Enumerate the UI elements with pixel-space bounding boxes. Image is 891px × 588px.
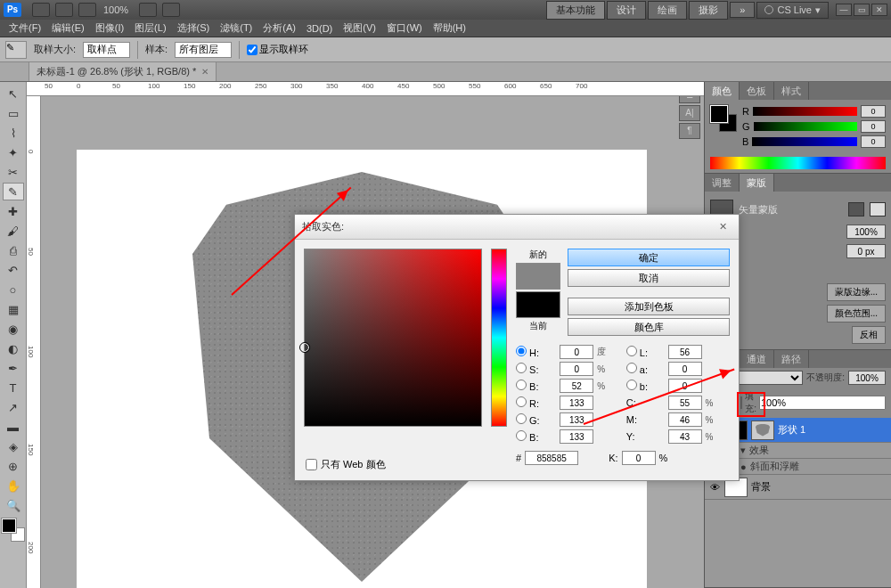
g-slider[interactable] <box>754 122 857 131</box>
crop-tool-icon[interactable]: ✂ <box>3 163 24 181</box>
fill-input[interactable] <box>759 396 886 410</box>
workspace-design[interactable]: 设计 <box>607 1 646 20</box>
document-tab[interactable]: 未标题-1 @ 26.8% (形状 1, RGB/8) *✕ <box>29 61 217 81</box>
color-swatches[interactable] <box>2 519 25 542</box>
workspace-essentials[interactable]: 基本功能 <box>546 1 605 20</box>
viewmode-icon[interactable] <box>78 3 96 17</box>
bridge-icon[interactable] <box>32 3 50 17</box>
tab-close-icon[interactable]: ✕ <box>201 67 208 77</box>
tab-masks[interactable]: 蒙版 <box>740 174 774 192</box>
k-input[interactable] <box>622 451 656 465</box>
eyedropper-tool-icon[interactable]: ✎ <box>3 183 24 200</box>
menu-analysis[interactable]: 分析(A) <box>257 20 301 37</box>
marquee-tool-icon[interactable]: ▭ <box>3 104 24 122</box>
tab-styles[interactable]: 样式 <box>774 82 809 100</box>
3d-tool-icon[interactable]: ◈ <box>3 437 24 455</box>
arrange-icon[interactable] <box>139 3 157 17</box>
g-input[interactable] <box>861 120 886 133</box>
invert-button[interactable]: 反相 <box>852 326 886 344</box>
tab-color[interactable]: 颜色 <box>705 82 740 100</box>
a-input[interactable] <box>668 362 702 376</box>
spectrum-bar[interactable] <box>710 157 886 169</box>
gradient-tool-icon[interactable]: ▦ <box>3 300 24 318</box>
tab-adjustments[interactable]: 调整 <box>705 174 740 192</box>
cancel-button[interactable]: 取消 <box>568 269 730 287</box>
color-libs-button[interactable]: 颜色库 <box>568 318 730 336</box>
density-input[interactable] <box>846 225 886 239</box>
menu-layer[interactable]: 图层(L) <box>129 20 171 37</box>
color-cursor[interactable] <box>300 343 309 352</box>
paragraph-panel-icon[interactable]: ¶ <box>679 123 700 139</box>
workspace-painting[interactable]: 绘画 <box>648 1 687 20</box>
hex-input[interactable] <box>525 451 578 465</box>
s-input[interactable] <box>560 362 593 376</box>
cslive-button[interactable]: CS Live▾ <box>756 2 829 19</box>
g-input[interactable] <box>560 412 593 427</box>
path-tool-icon[interactable]: ↗ <box>3 398 24 416</box>
menu-file[interactable]: 文件(F) <box>4 20 46 37</box>
dodge-tool-icon[interactable]: ◐ <box>3 339 24 357</box>
b-radio[interactable] <box>516 430 527 441</box>
3dcam-tool-icon[interactable]: ⊕ <box>3 457 24 475</box>
tab-swatches[interactable]: 色板 <box>740 82 774 100</box>
hue-slider[interactable] <box>491 249 507 427</box>
c-input[interactable] <box>668 396 702 410</box>
showring-checkbox[interactable]: 显示取样环 <box>247 43 308 56</box>
character-panel-icon[interactable]: A| <box>679 105 700 121</box>
lasso-tool-icon[interactable]: ⌇ <box>3 124 24 142</box>
vectormask-icon[interactable] <box>870 202 886 216</box>
tab-channels[interactable]: 通道 <box>740 350 774 368</box>
webonly-checkbox[interactable]: 只有 Web 颜色 <box>306 458 386 471</box>
r-input[interactable] <box>560 396 593 410</box>
menu-filter[interactable]: 滤镜(T) <box>215 20 257 37</box>
restore-icon[interactable]: ▭ <box>854 4 870 16</box>
hand-tool-icon[interactable]: ✋ <box>3 477 24 494</box>
move-tool-icon[interactable]: ↖ <box>3 85 24 102</box>
zoom-tool-icon[interactable]: 🔍 <box>3 496 24 514</box>
menu-3d[interactable]: 3D(D) <box>301 21 338 36</box>
mask-edge-button[interactable]: 蒙版边缘... <box>827 283 886 301</box>
lab-b-radio[interactable] <box>626 380 637 390</box>
b-slider[interactable] <box>752 137 857 146</box>
b-input[interactable] <box>560 429 593 444</box>
menu-help[interactable]: 帮助(H) <box>428 20 471 37</box>
dialog-titlebar[interactable]: 拾取实色: ✕ <box>295 215 739 240</box>
brush-tool-icon[interactable]: 🖌 <box>3 222 24 240</box>
close-icon[interactable]: ✕ <box>871 4 887 16</box>
menu-window[interactable]: 窗口(W) <box>381 20 428 37</box>
zoom-value[interactable]: 100% <box>103 4 128 15</box>
shape-tool-icon[interactable]: ▬ <box>3 418 24 436</box>
menu-view[interactable]: 视图(V) <box>338 20 381 37</box>
m-input[interactable] <box>668 412 702 427</box>
a-radio[interactable] <box>626 363 637 373</box>
dialog-close-icon[interactable]: ✕ <box>714 221 732 233</box>
samplesize-select[interactable]: 取样点 <box>83 42 130 58</box>
vector-mask-thumb[interactable] <box>751 421 774 440</box>
workspace-more[interactable]: » <box>730 2 755 18</box>
menu-edit[interactable]: 编辑(E) <box>46 20 90 37</box>
pixelmask-icon[interactable] <box>848 202 864 216</box>
foreground-color[interactable] <box>2 519 16 533</box>
h-radio[interactable] <box>516 346 527 356</box>
visibility-icon[interactable]: 👁 <box>708 482 721 493</box>
workspace-photography[interactable]: 摄影 <box>689 1 728 20</box>
color-field[interactable] <box>304 249 482 427</box>
blur-tool-icon[interactable]: ◉ <box>3 320 24 338</box>
menu-select[interactable]: 选择(S) <box>172 20 216 37</box>
screenmode-icon[interactable] <box>162 3 180 17</box>
menu-image[interactable]: 图像(I) <box>90 20 129 37</box>
r-radio[interactable] <box>516 396 527 407</box>
type-tool-icon[interactable]: T <box>3 379 24 396</box>
heal-tool-icon[interactable]: ✚ <box>3 202 24 220</box>
ok-button[interactable]: 确定 <box>568 249 730 266</box>
b-input[interactable] <box>861 135 886 148</box>
h-input[interactable] <box>560 345 593 359</box>
r-input[interactable] <box>861 105 886 118</box>
minimize-icon[interactable]: — <box>836 4 852 16</box>
pen-tool-icon[interactable]: ✒ <box>3 359 24 377</box>
tab-paths[interactable]: 路径 <box>774 350 809 368</box>
history-tool-icon[interactable]: ↶ <box>3 261 24 279</box>
add-swatch-button[interactable]: 添加到色板 <box>568 298 730 315</box>
wand-tool-icon[interactable]: ✦ <box>3 143 24 161</box>
r-slider[interactable] <box>753 107 857 116</box>
